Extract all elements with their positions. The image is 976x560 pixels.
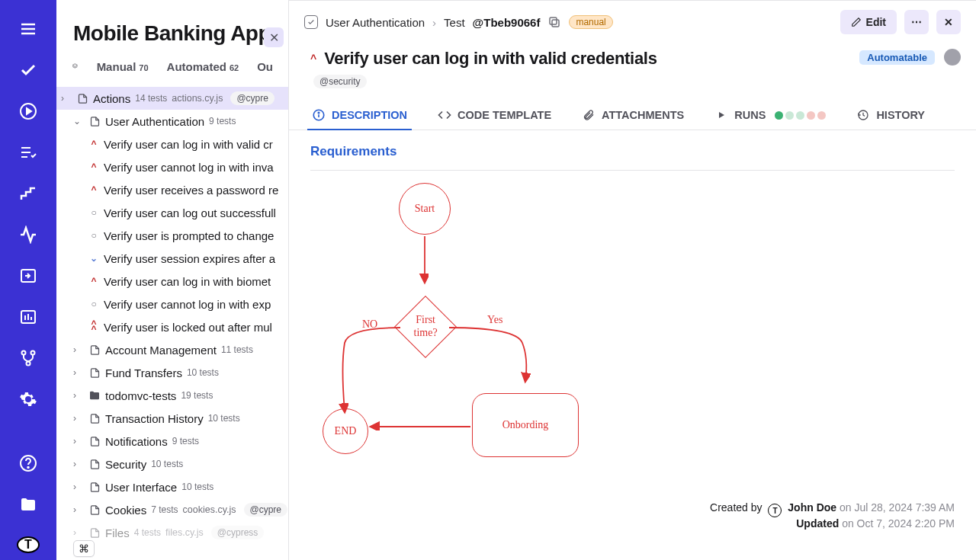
test-label: Verify user receives a password re	[104, 184, 278, 197]
copy-icon[interactable]	[547, 15, 561, 29]
branch-icon[interactable]	[18, 349, 39, 367]
requirements-diagram: Start First time? Yes NO Onbording END	[318, 183, 623, 472]
crumb-separator: ›	[432, 16, 436, 29]
tree-item[interactable]: ›User Interface 10 tests	[56, 475, 288, 498]
app-logo[interactable]: T	[17, 536, 40, 553]
tab-runs[interactable]: RUNS	[713, 101, 827, 130]
test-explorer: Mobile Banking App ✕ Manual70 Automated6…	[56, 0, 289, 560]
crumb-parent[interactable]: User Authentication	[326, 16, 425, 29]
tree-item[interactable]: ⌄User Authentication 9 tests	[56, 110, 288, 133]
tree-item[interactable]: ›Security 10 tests	[56, 453, 288, 475]
check-icon[interactable]	[18, 61, 39, 79]
file-icon	[88, 526, 101, 539]
manual-badge: manual	[569, 15, 612, 29]
test-item[interactable]: ^Verify user receives a password re	[56, 178, 288, 201]
tree-meta: 10 tests	[181, 482, 214, 492]
tree-label: Fund Transfers	[105, 366, 182, 379]
tree-item[interactable]: ›Notifications 9 tests	[56, 430, 288, 453]
tree-item[interactable]: ›Fund Transfers 10 tests	[56, 361, 288, 384]
tab-attachments[interactable]: ATTACHMENTS	[580, 101, 685, 130]
gear-icon[interactable]	[18, 390, 39, 408]
file-icon	[76, 92, 88, 104]
folder-icon	[88, 389, 101, 402]
test-item[interactable]: ^Verify user cannot log in with inva	[56, 155, 288, 178]
test-item[interactable]: ^^Verify user is locked out after mul	[56, 315, 288, 338]
test-item[interactable]: ○Verify user cannot log in with exp	[56, 293, 288, 315]
chevron-icon: ›	[73, 390, 84, 401]
list-check-icon[interactable]	[18, 143, 39, 162]
tree-label: Security	[105, 458, 146, 471]
tree-item[interactable]: ›todomvc-tests 19 tests	[56, 384, 288, 407]
tree-label: Account Management	[105, 344, 217, 357]
tree-tag: @cypre	[230, 91, 274, 105]
svg-marker-24	[719, 112, 724, 118]
avatar[interactable]	[944, 49, 961, 66]
folder-icon[interactable]	[18, 495, 39, 514]
diagram-decision: First time?	[404, 314, 447, 340]
edit-button[interactable]: Edit	[840, 10, 897, 34]
test-item[interactable]: ⌄Verify user session expires after a	[56, 247, 288, 270]
tree-meta: 19 tests	[181, 390, 213, 401]
explorer-tabs: Manual70 Automated62 Ou	[56, 59, 288, 87]
tree-tag: @cypre	[244, 503, 288, 517]
steps-icon[interactable]	[18, 184, 39, 203]
app-title: Mobile Banking App	[73, 21, 281, 46]
test-item[interactable]: ^Verify user can log in with valid cr	[56, 133, 288, 155]
tab-history[interactable]: HISTORY	[855, 101, 926, 130]
tree-meta: 9 tests	[209, 116, 236, 126]
diagram-end: END	[335, 425, 357, 438]
close-panel-button[interactable]: ✕	[264, 27, 284, 47]
test-label: Verify user cannot log in with inva	[104, 161, 274, 174]
play-icon[interactable]	[18, 102, 39, 120]
history-icon	[856, 108, 870, 122]
analytics-icon[interactable]	[18, 308, 39, 326]
file-icon	[88, 115, 101, 127]
file-icon	[88, 504, 101, 516]
tree-item[interactable]: ›Account Management 11 tests	[56, 338, 288, 361]
tree-label: Notifications	[105, 435, 168, 448]
test-item[interactable]: ^Verify user can log in with biomet	[56, 270, 288, 293]
tree-label: Files	[105, 526, 130, 539]
tab-outdated[interactable]: Ou	[257, 60, 273, 73]
code-icon	[438, 108, 451, 122]
tree-label: User Interface	[105, 481, 177, 494]
chevron-icon: ›	[73, 436, 84, 446]
tag-security[interactable]: @security	[313, 75, 367, 88]
menu-icon[interactable]	[18, 20, 39, 38]
checkbox-icon[interactable]	[304, 15, 318, 29]
tree-meta: 7 tests	[151, 504, 178, 515]
crumb-test-id: @Tbeb9066f	[473, 16, 541, 29]
file-icon	[88, 481, 101, 493]
tab-code-template[interactable]: CODE TEMPLATE	[436, 101, 553, 130]
tab-manual[interactable]: Manual70	[97, 60, 149, 73]
tree-label: todomvc-tests	[105, 389, 176, 402]
test-item[interactable]: ○Verify user is prompted to change	[56, 224, 288, 247]
tree-file: files.cy.js	[165, 527, 204, 538]
tree-item[interactable]: ›Actions 14 tests actions.cy.js @cypre	[56, 87, 288, 110]
activity-icon[interactable]	[18, 226, 39, 244]
updated-date: on Oct 7, 2024 2:20 PM	[842, 517, 955, 530]
keyboard-shortcut-button[interactable]: ⌘	[73, 540, 95, 557]
import-icon[interactable]	[18, 267, 39, 285]
diagram-no: NO	[362, 318, 377, 331]
layers-icon[interactable]	[72, 59, 79, 73]
tree-meta: 10 tests	[151, 459, 183, 469]
tree-item[interactable]: ›Transaction History 10 tests	[56, 407, 288, 430]
info-icon	[312, 108, 326, 122]
help-icon[interactable]	[18, 454, 39, 472]
paperclip-icon	[582, 108, 596, 122]
test-item[interactable]: ○Verify user can log out successfull	[56, 201, 288, 224]
chevron-icon: ›	[73, 504, 84, 515]
file-icon	[88, 344, 101, 356]
svg-rect-19	[552, 20, 559, 27]
tab-description[interactable]: DESCRIPTION	[310, 101, 409, 130]
run-status-dots	[775, 111, 826, 120]
chevron-icon: ›	[73, 367, 84, 378]
close-detail-button[interactable]: ✕	[936, 10, 961, 34]
tab-automated[interactable]: Automated62	[167, 60, 239, 73]
tree-item[interactable]: ›Cookies 7 tests cookies.cy.js @cypre	[56, 498, 288, 521]
test-tree: ›Actions 14 tests actions.cy.js @cypre⌄U…	[56, 87, 288, 560]
tree-label: Actions	[93, 92, 130, 105]
svg-point-14	[31, 351, 35, 355]
more-button[interactable]: ⋯	[904, 10, 929, 34]
